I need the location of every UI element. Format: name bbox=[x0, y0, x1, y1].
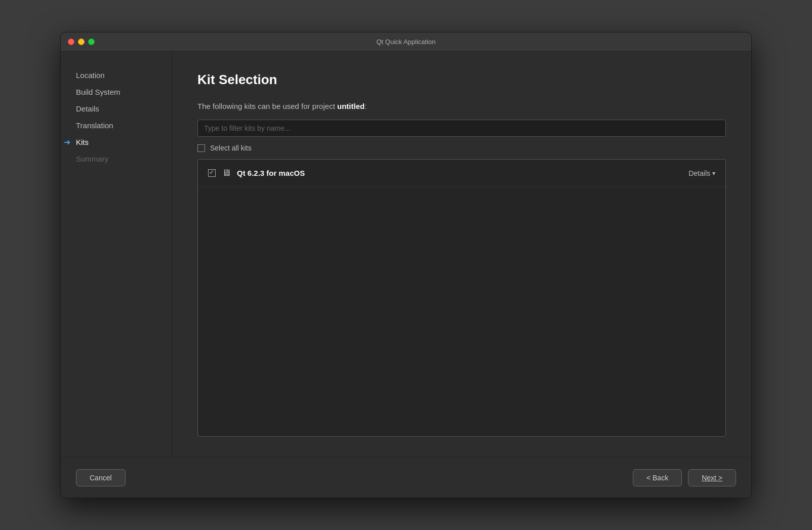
next-button[interactable]: Next > bbox=[688, 469, 736, 486]
sidebar-item-label: Build System bbox=[76, 88, 120, 96]
sidebar-item-location[interactable]: ➜ Location bbox=[61, 67, 172, 84]
details-label: Details bbox=[688, 169, 710, 177]
description-suffix: : bbox=[364, 102, 367, 110]
sidebar-item-translation[interactable]: ➜ Translation bbox=[61, 117, 172, 134]
footer: Cancel < Back Next > bbox=[61, 457, 751, 498]
main-panel: Kit Selection The following kits can be … bbox=[172, 52, 751, 457]
close-button[interactable] bbox=[68, 39, 74, 45]
kits-panel: 🖥 Qt 6.2.3 for macOS Details ▾ bbox=[197, 159, 726, 437]
sidebar-item-label: Details bbox=[76, 104, 99, 113]
select-all-row: Select all kits bbox=[197, 144, 726, 152]
minimize-button[interactable] bbox=[78, 39, 85, 45]
description: The following kits can be used for proje… bbox=[197, 102, 726, 110]
footer-right: < Back Next > bbox=[633, 469, 736, 486]
filter-input[interactable] bbox=[197, 120, 726, 137]
sidebar-item-summary[interactable]: ➜ Summary bbox=[61, 150, 172, 167]
description-prefix: The following kits can be used for proje… bbox=[197, 102, 337, 110]
main-content: ➜ Location ➜ Build System ➜ Details ➜ Tr… bbox=[61, 52, 751, 457]
active-arrow-icon: ➜ bbox=[64, 137, 70, 147]
sidebar: ➜ Location ➜ Build System ➜ Details ➜ Tr… bbox=[61, 52, 172, 457]
kit-item: 🖥 Qt 6.2.3 for macOS Details ▾ bbox=[198, 160, 725, 187]
traffic-lights bbox=[68, 39, 95, 45]
back-button[interactable]: < Back bbox=[633, 469, 682, 486]
sidebar-item-kits[interactable]: ➜ Kits bbox=[61, 134, 172, 150]
application-window: Qt Quick Application ➜ Location ➜ Build … bbox=[60, 32, 752, 498]
maximize-button[interactable] bbox=[88, 39, 95, 45]
kit-checkbox[interactable] bbox=[208, 169, 216, 177]
project-name: untitled bbox=[337, 102, 364, 110]
sidebar-item-build-system[interactable]: ➜ Build System bbox=[61, 84, 172, 100]
kit-name: Qt 6.2.3 for macOS bbox=[237, 169, 305, 177]
cancel-button[interactable]: Cancel bbox=[76, 469, 126, 486]
title-bar: Qt Quick Application bbox=[61, 32, 751, 52]
select-all-label: Select all kits bbox=[210, 144, 252, 152]
monitor-icon: 🖥 bbox=[222, 168, 231, 178]
sidebar-item-label: Translation bbox=[76, 121, 113, 130]
kit-left: 🖥 Qt 6.2.3 for macOS bbox=[208, 168, 305, 178]
window-title: Qt Quick Application bbox=[376, 38, 435, 46]
details-button[interactable]: Details ▾ bbox=[688, 169, 715, 177]
sidebar-item-label: Summary bbox=[76, 155, 108, 163]
chevron-down-icon: ▾ bbox=[712, 170, 715, 177]
sidebar-item-label: Kits bbox=[76, 138, 89, 146]
sidebar-item-label: Location bbox=[76, 71, 105, 80]
sidebar-item-details[interactable]: ➜ Details bbox=[61, 100, 172, 117]
page-title: Kit Selection bbox=[197, 72, 726, 88]
select-all-checkbox[interactable] bbox=[197, 144, 205, 152]
